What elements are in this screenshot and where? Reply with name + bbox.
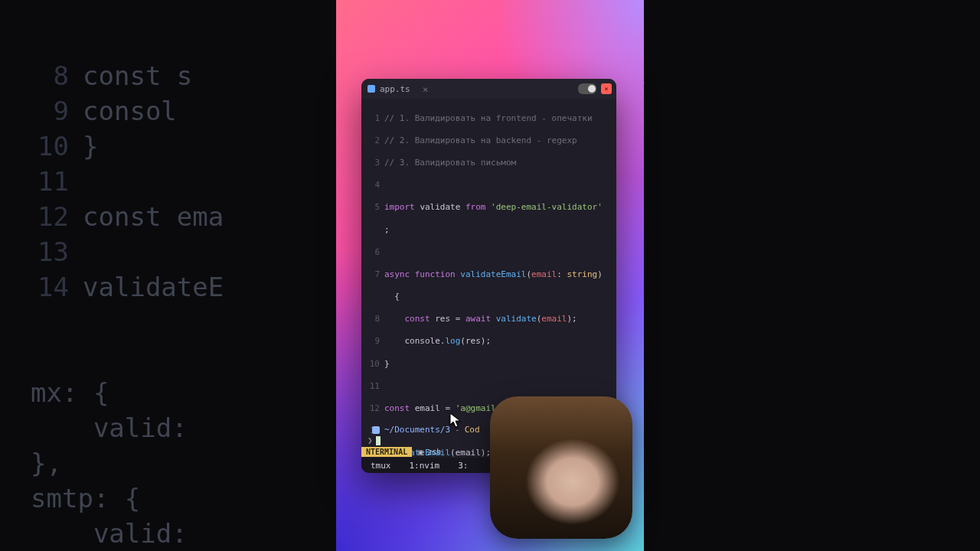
titlebar[interactable]: app.ts × × [361,79,616,99]
prompt-glyph-icon: ❯ [368,435,373,445]
folder-icon [372,426,380,434]
window-close-button[interactable]: × [601,83,612,94]
tmux-window-1[interactable]: 1:nvim [410,461,440,471]
tmux-label: tmux [371,461,391,471]
code-editor[interactable]: 1// 1. Валидировать на frontend - опечат… [361,99,616,418]
tab-filename[interactable]: app.ts [380,84,410,94]
tab-close-icon[interactable]: × [423,83,429,95]
shell-icon: ▣ [418,448,423,456]
shell-name: zsh [427,448,441,456]
webcam-overlay [490,396,632,539]
typescript-file-icon [368,85,375,93]
mode-badge: NTERMINAL [361,447,412,457]
tmux-window-3[interactable]: 3: [458,461,468,471]
toggle-switch[interactable] [578,83,596,94]
terminal-prompt[interactable]: ❯ [368,435,381,445]
close-icon: × [604,85,608,93]
terminal-cursor [376,436,381,445]
